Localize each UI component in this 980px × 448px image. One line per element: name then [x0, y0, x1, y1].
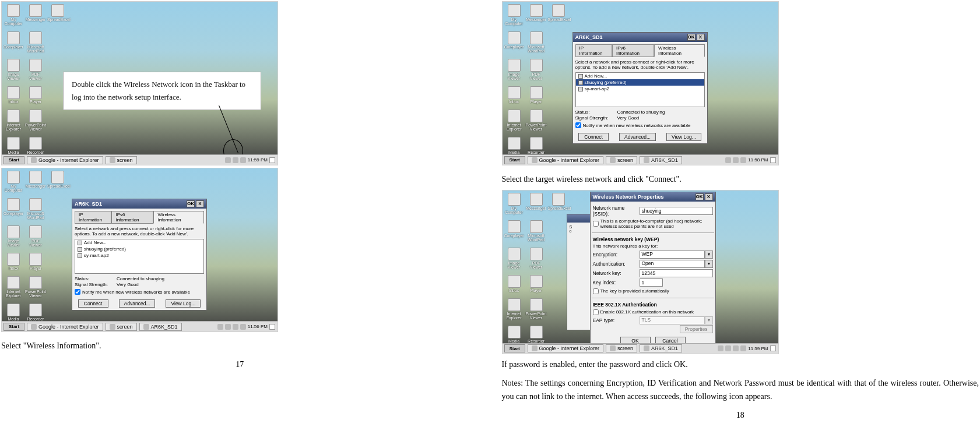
tray-clock: 11:59 PM	[748, 346, 768, 351]
network-item-symart[interactable]: sy-mart-ap2	[75, 252, 203, 259]
taskbar-app-ie[interactable]: Google - Internet Explorer	[528, 344, 604, 352]
dialog-ok-button[interactable]: OK	[696, 193, 704, 200]
dialog-titlebar[interactable]: AR6K_SD1 OK X	[72, 199, 206, 209]
icon-wordpad[interactable]: Microsoft WordPad	[26, 31, 45, 53]
view-log-button[interactable]: View Log...	[166, 299, 201, 308]
taskbar-app-screen[interactable]: screen	[106, 323, 137, 331]
icon-image-viewer[interactable]: Image Viewer	[4, 59, 23, 80]
desktop-icons-grid: My Computer Messenger SpreadExcel Corepl…	[4, 4, 67, 158]
tab-ipv6-info[interactable]: IPv6 Information	[612, 44, 654, 57]
network-add-new[interactable]: Add New...	[75, 239, 203, 246]
tray-network-icon[interactable]	[233, 324, 238, 330]
icon-player[interactable]: Player	[26, 86, 45, 104]
connect-button[interactable]: Connect	[578, 133, 609, 141]
dialog-close-button[interactable]: X	[697, 34, 705, 41]
tray-sound-icon[interactable]	[718, 345, 723, 351]
tray-flag-icon[interactable]	[770, 157, 776, 163]
notify-checkbox[interactable]: Notify me when new wireless networks are…	[575, 122, 705, 128]
icon-spreadexcel[interactable]: SpreadExcel	[48, 4, 67, 26]
wordpad-icon	[29, 31, 42, 44]
network-item-shuoying[interactable]: shuoying (preferred)	[75, 246, 203, 252]
encryption-select[interactable]: WEP▾	[640, 251, 713, 259]
chevron-down-icon: ▾	[705, 260, 713, 268]
advanced-button[interactable]: Advanced...	[119, 299, 156, 308]
pdf-icon	[29, 59, 42, 72]
start-button[interactable]: Start	[504, 344, 525, 352]
tray-flag-icon[interactable]	[770, 345, 776, 351]
messenger-icon	[530, 193, 543, 206]
tray-volume-icon[interactable]	[240, 324, 246, 330]
dialog-ok-button[interactable]: OK	[187, 200, 195, 207]
media2-icon	[508, 326, 521, 338]
tray-wireless-icon[interactable]	[725, 345, 731, 351]
tray-flag-icon[interactable]	[269, 324, 275, 330]
tab-ipv6-info[interactable]: IPv6 Information	[111, 211, 153, 224]
key-index-input[interactable]	[640, 278, 663, 287]
ieee-enable-checkbox[interactable]: Enable 802.1X authentication on this net…	[593, 309, 713, 315]
advanced-button[interactable]: Advanced...	[619, 133, 656, 141]
tray-network-icon[interactable]	[733, 345, 739, 351]
tray-network-icon[interactable]	[740, 157, 746, 163]
player-icon	[29, 86, 42, 99]
taskbar-app-ie[interactable]: Google - Internet Explorer	[27, 323, 103, 331]
signal-value: Very Good	[117, 282, 204, 287]
start-button[interactable]: Start	[504, 156, 525, 164]
system-tray: 11:59 PM	[225, 157, 278, 163]
ssid-input[interactable]	[640, 207, 713, 215]
tray-sound-icon[interactable]	[725, 157, 731, 163]
taskbar-app-ar6k[interactable]: AR6K_SD1	[139, 323, 182, 331]
taskbar-app-screen[interactable]: screen	[606, 156, 637, 164]
taskbar-app-ie[interactable]: Google - Internet Explorer	[27, 156, 103, 164]
network-list[interactable]: Add New... shuoying (preferred) sy-mart-…	[75, 239, 204, 274]
taskbar-app-screen[interactable]: screen	[106, 156, 137, 164]
icon-pdf-viewer[interactable]: PDF Viewer	[26, 59, 45, 80]
tab-wireless-info[interactable]: Wireless Information	[153, 211, 204, 224]
tray-network-icon[interactable]	[240, 157, 246, 163]
network-item-symart[interactable]: sy-mart-ap2	[576, 86, 704, 92]
adhoc-checkbox[interactable]: This is a computer-to-computer (ad hoc) …	[593, 218, 713, 229]
authentication-select[interactable]: Open▾	[640, 260, 713, 268]
taskbar-app-screen[interactable]: screen	[606, 344, 637, 352]
caption-notes: Notes: The settings concerning Encryptio…	[502, 376, 979, 404]
notify-checkbox[interactable]: Notify me when new wireless networks are…	[75, 289, 204, 295]
dialog-titlebar[interactable]: Wireless Network Properties OK X	[591, 192, 715, 202]
network-key-input[interactable]	[640, 269, 713, 277]
tray-volume-icon[interactable]	[740, 345, 746, 351]
tray-flag-icon[interactable]	[269, 157, 275, 163]
start-button[interactable]: Start	[3, 323, 24, 331]
dialog-help-text: Select a network and press connect or ri…	[575, 59, 705, 70]
icon-my-computer[interactable]: My Computer	[4, 4, 23, 26]
icon-messenger[interactable]: Messenger	[26, 4, 45, 26]
tab-ip-info[interactable]: IP Information	[575, 44, 612, 57]
dialog-close-button[interactable]: X	[705, 193, 713, 200]
tab-wireless-info[interactable]: Wireless Information	[654, 44, 705, 57]
key-auto-checkbox[interactable]: The key is provided automatically	[593, 288, 713, 294]
tray-sound-icon[interactable]	[217, 324, 223, 330]
connect-button[interactable]: Connect	[78, 299, 108, 308]
tray-wireless-icon[interactable]	[225, 324, 231, 330]
tray-sound-icon[interactable]	[225, 157, 231, 163]
spreadsheet-icon	[51, 171, 64, 184]
start-button[interactable]: Start	[3, 156, 24, 164]
tray-wireless-icon[interactable]	[733, 157, 739, 163]
taskbar-app-ar6k[interactable]: AR6K_SD1	[640, 156, 682, 164]
tab-ip-info[interactable]: IP Information	[75, 211, 111, 224]
tray-clock: 11:58 PM	[748, 157, 768, 163]
desktop-icons-grid: My Computer Messenger SpreadExcel Corepl…	[4, 171, 67, 325]
network-add-new[interactable]: Add New...	[576, 73, 704, 79]
eap-type-label: EAP type:	[593, 318, 640, 323]
network-list[interactable]: Add New... shuoying (preferred) sy-mart-…	[575, 72, 705, 107]
taskbar-app-ie[interactable]: Google - Internet Explorer	[528, 156, 604, 164]
tray-wireless-icon[interactable]	[233, 157, 238, 163]
network-item-shuoying[interactable]: shuoying (preferred)	[576, 79, 704, 86]
dialog-close-button[interactable]: X	[196, 200, 204, 207]
icon-ie[interactable]: Internet Explorer	[4, 110, 23, 131]
icon-coreplayer[interactable]: Coreplayer	[4, 31, 23, 53]
signal-label: Signal Strength:	[575, 115, 617, 121]
view-log-button[interactable]: View Log...	[666, 133, 701, 141]
dialog-ok-button[interactable]: OK	[687, 34, 696, 41]
taskbar-app-ar6k[interactable]: AR6K_SD1	[640, 344, 682, 352]
dialog-titlebar[interactable]: AR6K_SD1 OK X	[573, 33, 707, 42]
icon-inbox[interactable]: Inbox	[4, 86, 23, 104]
icon-ppt-viewer[interactable]: PowerPoint Viewer	[26, 110, 45, 131]
